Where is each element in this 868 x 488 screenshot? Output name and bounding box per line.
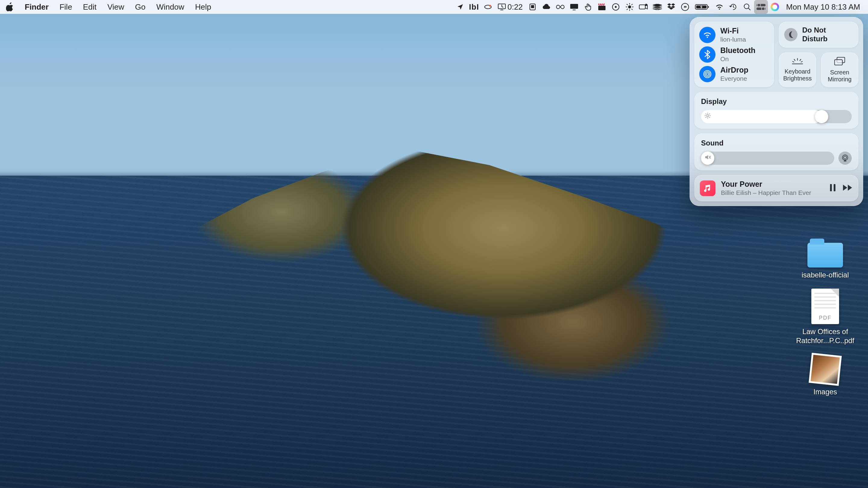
svg-point-20: [762, 7, 765, 10]
svg-rect-30: [834, 184, 835, 191]
bluetooth-subtitle: On: [720, 56, 755, 63]
camera-mic-icon[interactable]: [637, 0, 650, 14]
photo-icon: [809, 353, 842, 386]
airdrop-title: AirDrop: [720, 66, 748, 74]
location-arrow-icon[interactable]: [453, 0, 467, 14]
sound-slider[interactable]: [701, 152, 834, 165]
target-circle-icon[interactable]: [609, 0, 623, 14]
menubar-right: IbI 0:22 Mon May 10 8:13 AM: [453, 0, 863, 14]
network-module: Wi-Fi lion-luma Bluetooth On AirDrop Eve…: [694, 22, 774, 87]
dropbox-icon[interactable]: [664, 0, 678, 14]
screen-mirroring-label: Screen Mirroring: [823, 69, 857, 83]
sound-module: Sound: [694, 133, 858, 170]
now-playing-subtitle: Billie Eilish – Happier Than Ever: [721, 189, 824, 196]
folder-icon: [807, 243, 843, 267]
menu-window[interactable]: Window: [151, 2, 190, 12]
svg-point-8: [615, 6, 617, 8]
menu-file[interactable]: File: [54, 2, 78, 12]
svg-rect-25: [835, 60, 842, 65]
display-module: Display: [694, 92, 858, 129]
svg-rect-29: [830, 184, 832, 191]
infinity-icon[interactable]: [553, 0, 567, 14]
screen-time-value: 0:22: [507, 2, 523, 12]
desktop-folder-label: isabelle-official: [802, 270, 849, 280]
spotlight-icon[interactable]: [740, 0, 754, 14]
menubar-clock[interactable]: Mon May 10 8:13 AM: [782, 2, 863, 12]
menu-go[interactable]: Go: [130, 2, 151, 12]
speaker-mute-icon: [705, 154, 711, 162]
airdrop-toggle[interactable]: AirDrop Everyone: [699, 66, 769, 82]
wifi-menubar-icon[interactable]: [712, 0, 726, 14]
svg-point-9: [628, 5, 631, 8]
keyboard-brightness-button[interactable]: Keyboard Brightness: [779, 53, 816, 87]
desktop-pdf[interactable]: PDF Law Offices of Ratchfor...P.C..pdf: [792, 289, 858, 345]
svg-rect-5: [570, 4, 578, 9]
menu-edit[interactable]: Edit: [78, 2, 102, 12]
bluetooth-icon: [699, 46, 715, 63]
keyboard-brightness-label: Keyboard Brightness: [781, 68, 814, 82]
now-playing-title: Your Power: [721, 180, 824, 189]
svg-point-26: [707, 115, 709, 117]
dnd-toggle[interactable]: Do Not Disturb: [779, 22, 858, 47]
desktop-pdf-label: Law Offices of Ratchfor...P.C..pdf: [792, 327, 858, 345]
airdrop-subtitle: Everyone: [720, 75, 748, 82]
desktop-icons: isabelle-official PDF Law Offices of Rat…: [792, 243, 858, 396]
control-center-panel: Wi-Fi lion-luma Bluetooth On AirDrop Eve…: [689, 17, 863, 206]
clapper-icon[interactable]: [595, 0, 609, 14]
bluetooth-toggle[interactable]: Bluetooth On: [699, 46, 769, 63]
keyboard-brightness-icon: [792, 58, 803, 66]
airplay-audio-button[interactable]: [838, 152, 852, 165]
sound-title: Sound: [701, 139, 852, 147]
sidecar-icon[interactable]: [526, 0, 539, 14]
desktop-images-label: Images: [813, 387, 837, 396]
orbit-icon[interactable]: [481, 0, 495, 14]
display-slider[interactable]: [701, 110, 852, 123]
siri-icon[interactable]: [768, 0, 782, 14]
menubar-left: Finder File Edit View Go Window Help: [5, 2, 217, 12]
control-center-icon[interactable]: [754, 0, 768, 14]
pause-button[interactable]: [830, 184, 836, 193]
wifi-title: Wi-Fi: [720, 27, 746, 35]
menu-view[interactable]: View: [102, 2, 130, 12]
now-playing-module[interactable]: Your Power Billie Eilish – Happier Than …: [694, 175, 858, 201]
svg-point-22: [705, 72, 710, 76]
svg-point-1: [489, 5, 491, 7]
moon-icon: [784, 28, 798, 41]
sun-small-icon: [705, 113, 711, 121]
svg-point-21: [706, 73, 709, 75]
svg-rect-14: [708, 6, 709, 8]
next-track-button[interactable]: [843, 184, 853, 193]
layers-icon[interactable]: [650, 0, 664, 14]
menu-help[interactable]: Help: [190, 2, 216, 12]
time-machine-icon[interactable]: [726, 0, 740, 14]
wifi-icon: [699, 27, 715, 43]
desktop-images[interactable]: Images: [810, 354, 840, 396]
app-menu[interactable]: Finder: [19, 2, 54, 12]
svg-rect-6: [598, 6, 606, 10]
pdf-badge: PDF: [811, 315, 839, 321]
bluetooth-title: Bluetooth: [720, 46, 755, 55]
wifi-subtitle: lion-luma: [720, 36, 746, 43]
airdrop-icon: [699, 66, 715, 82]
apple-menu[interactable]: [5, 2, 19, 11]
cloud-icon[interactable]: [539, 0, 553, 14]
screen-time-icon[interactable]: 0:22: [495, 0, 526, 14]
battery-icon[interactable]: [692, 0, 712, 14]
screen-mirroring-button[interactable]: Screen Mirroring: [821, 53, 858, 87]
svg-rect-10: [639, 5, 645, 9]
menubar: Finder File Edit View Go Window Help IbI…: [0, 0, 868, 14]
ibi-icon[interactable]: IbI: [467, 0, 481, 14]
desktop-folder[interactable]: isabelle-official: [802, 243, 849, 280]
svg-point-11: [645, 4, 647, 6]
display-title: Display: [701, 97, 852, 106]
music-app-icon: [700, 181, 715, 196]
wifi-toggle[interactable]: Wi-Fi lion-luma: [699, 27, 769, 43]
right-column: Do Not Disturb Keyboard Brightness Scree…: [779, 22, 858, 87]
screen-mirroring-icon: [834, 57, 845, 67]
brightness-icon[interactable]: [623, 0, 637, 14]
svg-point-18: [757, 4, 761, 7]
hand-tap-icon[interactable]: [581, 0, 595, 14]
svg-point-28: [844, 156, 846, 159]
fast-forward-icon[interactable]: [678, 0, 692, 14]
display-icon[interactable]: [567, 0, 581, 14]
